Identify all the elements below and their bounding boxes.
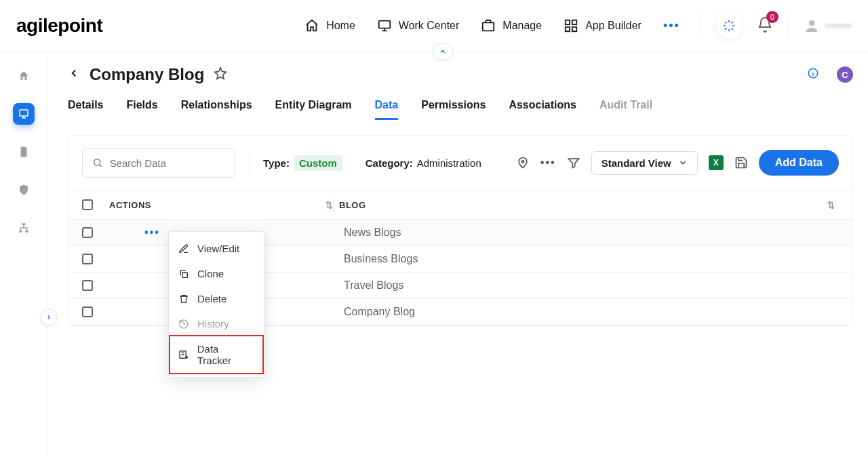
nav-app-builder[interactable]: App Builder (564, 18, 642, 33)
svg-rect-5 (572, 26, 576, 31)
row-checkbox[interactable] (82, 227, 93, 238)
row-actions-icon[interactable]: ••• (144, 226, 160, 239)
separator (701, 14, 701, 37)
user-menu[interactable]: •••••••• (804, 18, 852, 34)
notifications[interactable]: 0 (757, 16, 773, 35)
search-input[interactable] (110, 157, 225, 169)
type-info: Type: Custom (263, 155, 342, 171)
type-value: Custom (294, 155, 342, 171)
info-icon[interactable] (807, 67, 819, 82)
svg-point-13 (521, 161, 524, 163)
sidebar-flow-icon[interactable] (13, 217, 35, 239)
search-icon (92, 157, 103, 169)
ctx-item-label: Delete (197, 293, 226, 304)
tab-details[interactable]: Details (68, 99, 103, 120)
filter-icon[interactable] (567, 156, 580, 170)
svg-rect-0 (379, 20, 391, 28)
top-nav: agilepoint Home Work Center Manage App B… (0, 0, 868, 52)
tab-entity-diagram[interactable]: Entity Diagram (275, 99, 352, 120)
add-data-button[interactable]: Add Data (759, 150, 839, 176)
sidebar-docs-icon[interactable] (13, 141, 35, 163)
row-checkbox[interactable] (82, 280, 93, 291)
monitor-icon (377, 18, 392, 33)
back-icon[interactable] (68, 67, 80, 82)
separator (249, 152, 250, 174)
row-blog-value: Travel Blogs (340, 279, 839, 292)
search-wrapper (82, 148, 235, 178)
tab-fields[interactable]: Fields (126, 99, 157, 120)
row-blog-value: News Blogs (340, 226, 839, 239)
col-blog-label: BLOG (339, 200, 366, 210)
svg-rect-2 (566, 20, 570, 24)
view-selector[interactable]: Standard View (591, 151, 698, 175)
toolbar-right: ••• Standard View X Add Data (516, 150, 839, 176)
ctx-view-edit[interactable]: View/Edit (169, 236, 264, 261)
logo: agilepoint (16, 15, 102, 37)
save-view-icon[interactable] (734, 156, 748, 170)
row-checkbox[interactable] (82, 306, 93, 317)
sidebar-home-icon[interactable] (13, 65, 35, 87)
tab-audit-trail[interactable]: Audit Trail (599, 99, 652, 120)
nav-home-label: Home (326, 20, 355, 32)
ctx-delete[interactable]: Delete (169, 286, 264, 311)
separator (788, 14, 789, 37)
main: Company Blog C Details Fields Relationsh… (47, 52, 868, 457)
nav-work-center[interactable]: Work Center (377, 18, 460, 33)
nav-work-center-label: Work Center (399, 20, 460, 32)
pencil-icon (178, 243, 189, 254)
svg-rect-7 (20, 110, 28, 116)
history-icon (178, 319, 189, 330)
col-actions-label: ACTIONS (109, 200, 151, 210)
more-actions-icon[interactable]: ••• (540, 157, 556, 169)
row-context-menu: View/Edit Clone Delete History Data Trac… (168, 231, 264, 378)
actions-sort-icon[interactable]: ⇅ (326, 200, 334, 210)
ctx-history[interactable]: History (169, 311, 264, 336)
category-info: Category: Administration (366, 157, 481, 169)
ctx-clone[interactable]: Clone (169, 261, 264, 286)
category-value: Administration (417, 157, 481, 169)
nav-main: Home Work Center Manage App Builder ••• (304, 18, 680, 33)
favorite-star-icon[interactable] (214, 66, 227, 83)
svg-point-6 (809, 20, 814, 26)
page-header: Company Blog C (68, 65, 853, 84)
blog-sort-icon[interactable]: ⇅ (827, 200, 835, 210)
svg-rect-10 (25, 231, 28, 233)
ctx-item-label: View/Edit (197, 243, 239, 254)
ctx-data-tracker[interactable]: Data Tracker (169, 335, 264, 374)
ctx-item-label: History (197, 318, 229, 330)
copilot-icon[interactable]: C (837, 66, 853, 83)
tab-associations[interactable]: Associations (509, 99, 576, 120)
category-label: Category: (366, 157, 413, 169)
row-blog-value: Company Blog (340, 306, 839, 318)
nav-manage-label: Manage (502, 20, 542, 32)
tabs: Details Fields Relationships Entity Diag… (68, 99, 853, 120)
tab-relationships[interactable]: Relationships (181, 99, 252, 120)
location-icon[interactable] (516, 156, 530, 170)
ctx-item-label: Clone (197, 268, 224, 279)
tab-data[interactable]: Data (375, 99, 399, 120)
nav-right: 0 •••••••• (701, 13, 852, 39)
page-title: Company Blog (90, 65, 204, 84)
nav-home[interactable]: Home (304, 18, 355, 33)
excel-export-icon[interactable]: X (709, 155, 724, 170)
select-all-checkbox[interactable] (82, 199, 93, 210)
home-icon (304, 18, 319, 33)
tab-permissions[interactable]: Permissions (421, 99, 486, 120)
row-blog-value: Business Blogs (340, 253, 839, 265)
chevron-down-icon (678, 158, 688, 167)
svg-rect-9 (19, 231, 22, 233)
svg-point-12 (94, 159, 100, 165)
grid-icon (564, 18, 578, 33)
card-toolbar: Type: Custom Category: Administration ••… (68, 136, 852, 190)
svg-rect-3 (572, 20, 576, 24)
launch-icon[interactable] (716, 13, 742, 39)
nav-manage[interactable]: Manage (481, 18, 542, 33)
sidebar-entities-icon[interactable] (13, 103, 35, 125)
nav-more-icon[interactable]: ••• (663, 18, 680, 33)
sidebar (0, 52, 47, 457)
username: •••••••• (825, 20, 852, 31)
ctx-item-label: Data Tracker (197, 343, 254, 366)
nav-app-builder-label: App Builder (585, 20, 642, 32)
row-checkbox[interactable] (82, 254, 93, 264)
sidebar-shield-icon[interactable] (13, 179, 35, 201)
